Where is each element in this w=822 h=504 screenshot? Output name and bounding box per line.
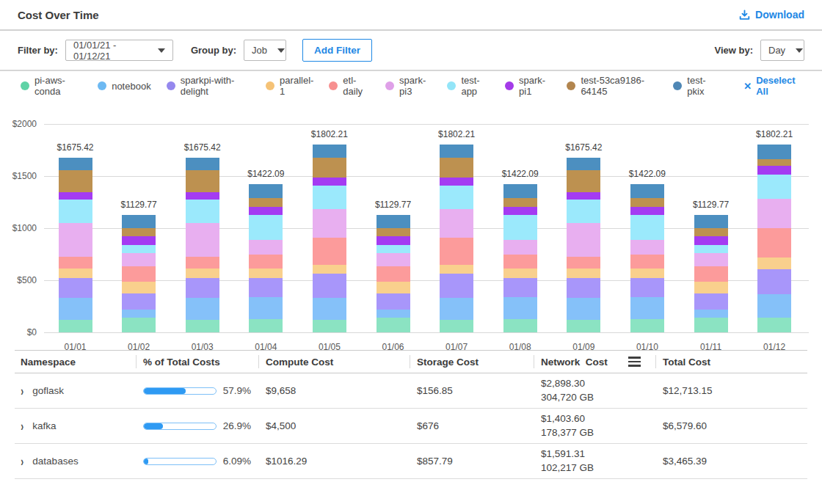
bar-segment-spark-pi1 <box>377 236 410 245</box>
bar-segment-test-app <box>757 175 791 199</box>
bar-segment-test-53ca9186-64145 <box>377 228 410 237</box>
download-button[interactable]: Download <box>739 9 804 21</box>
legend-item-pi-aws-conda[interactable]: pi-aws-conda <box>21 75 82 97</box>
bar-segment-spark-pi3 <box>694 253 728 266</box>
bar-segment-pi-aws-conda <box>503 319 537 332</box>
bar-segment-test-pkix <box>503 184 537 197</box>
bar-total-label: $1129.77 <box>106 200 172 210</box>
bar-segment-spark-pi3 <box>503 240 537 255</box>
legend-item-label: etl-daily <box>343 75 370 97</box>
cost-bar-chart: $1675.4201/01$1129.7701/02$1675.4201/03$… <box>0 101 822 350</box>
bar-segment-parallel-1 <box>757 258 791 269</box>
legend-item-sparkpi-with-delight[interactable]: sparkpi-with-delight <box>167 75 250 97</box>
bar-01/07[interactable] <box>440 145 473 332</box>
expand-chevron-icon[interactable]: › <box>21 383 23 398</box>
bar-segment-pi-aws-conda <box>377 318 410 332</box>
bar-01/09[interactable] <box>567 158 600 332</box>
bar-segment-test-app <box>503 215 537 239</box>
bar-segment-test-53ca9186-64145 <box>757 159 791 166</box>
bar-01/08[interactable] <box>503 184 537 332</box>
legend-item-label: spark-pi1 <box>519 75 551 97</box>
total-cost-cell: $3,465.39 <box>655 456 807 467</box>
pct-cell: 6.09% <box>136 456 258 467</box>
y-axis-tick-label: $500 <box>0 275 37 285</box>
view-by-select[interactable]: Day <box>760 40 804 61</box>
bar-segment-spark-pi3 <box>59 223 92 257</box>
bar-segment-spark-pi3 <box>630 240 664 255</box>
legend-item-parallel-1[interactable]: parallel-1 <box>266 75 313 97</box>
network-volume-value: 304,720 GB <box>541 392 594 403</box>
group-by-select[interactable]: Job <box>244 40 286 61</box>
table-header-row: Namespace% of Total CostsCompute CostSto… <box>15 351 807 373</box>
view-by-group: View by: Day <box>714 40 804 61</box>
column-header-label: % of Total Costs <box>143 357 220 368</box>
total-cost-cell: $12,713.15 <box>655 385 807 396</box>
deselect-all-button[interactable]: ✕ Deselect All <box>743 75 801 97</box>
bar-segment-sparkpi-with-delight <box>249 278 283 297</box>
download-icon <box>739 10 750 21</box>
x-axis-tick-label: 01/12 <box>752 342 796 352</box>
bar-total-label: $1675.42 <box>170 142 236 153</box>
expand-chevron-icon[interactable]: › <box>21 418 23 434</box>
page-title: Cost Over Time <box>18 9 99 21</box>
bar-01/01[interactable] <box>59 158 92 332</box>
bar-segment-etl-daily <box>377 266 410 282</box>
bar-segment-etl-daily <box>694 266 728 282</box>
bar-segment-test-53ca9186-64145 <box>313 158 346 178</box>
expand-chevron-icon[interactable]: › <box>21 453 23 469</box>
bar-segment-test-53ca9186-64145 <box>567 170 600 192</box>
bar-segment-test-pkix <box>59 158 92 170</box>
bar-01/10[interactable] <box>630 184 664 332</box>
bar-segment-parallel-1 <box>630 269 664 278</box>
date-range-value: 01/01/21 - 01/12/21 <box>73 40 148 62</box>
pct-progress-fill <box>144 459 148 464</box>
column-header-6[interactable]: Total Cost <box>655 357 807 368</box>
column-header-3[interactable]: Compute Cost <box>258 357 410 368</box>
gridline-1500 <box>44 176 809 177</box>
bar-segment-pi-aws-conda <box>440 320 473 332</box>
total-cost-cell: $6,579.60 <box>655 420 807 431</box>
legend-item-test-pkix[interactable]: test-pkix <box>673 75 716 97</box>
bar-segment-parallel-1 <box>249 269 283 278</box>
column-header-2[interactable]: % of Total Costs <box>136 357 258 368</box>
add-filter-button[interactable]: Add Filter <box>302 39 372 62</box>
bar-segment-spark-pi3 <box>186 223 219 257</box>
legend-dot-icon <box>673 81 682 90</box>
bar-01/11[interactable] <box>694 215 728 332</box>
bar-segment-spark-pi1 <box>757 166 791 175</box>
legend-dot-icon <box>98 81 106 90</box>
network-cost-value: $1,403.60 <box>541 413 585 425</box>
legend-item-etl-daily[interactable]: etl-daily <box>329 75 370 97</box>
legend-item-spark-pi1[interactable]: spark-pi1 <box>505 75 551 97</box>
bar-segment-parallel-1 <box>313 265 346 274</box>
legend-item-test-53ca9186-64145[interactable]: test-53ca9186-64145 <box>567 75 658 97</box>
bar-segment-test-53ca9186-64145 <box>186 170 219 192</box>
column-menu-icon[interactable] <box>628 357 641 367</box>
legend-dot-icon <box>505 81 514 90</box>
bar-01/04[interactable] <box>249 184 283 332</box>
download-label: Download <box>755 9 804 21</box>
column-header-4[interactable]: Storage Cost <box>410 357 534 368</box>
pct-progress-bar <box>143 423 217 430</box>
column-header-label: Network Cost <box>541 357 608 368</box>
legend-item-spark-pi3[interactable]: spark-pi3 <box>385 75 432 97</box>
bar-segment-pi-aws-conda <box>122 318 156 332</box>
page-header: Cost Over Time Download <box>0 0 822 31</box>
bar-01/06[interactable] <box>377 215 410 332</box>
bar-segment-sparkpi-with-delight <box>186 278 219 298</box>
column-header-1[interactable]: Namespace <box>15 357 136 368</box>
bar-01/12[interactable] <box>757 145 791 332</box>
bar-total-label: $1129.77 <box>678 200 744 210</box>
legend-item-label: sparkpi-with-delight <box>181 75 250 97</box>
x-axis-tick-label: 01/09 <box>561 342 605 352</box>
bar-01/03[interactable] <box>186 158 219 332</box>
legend-item-notebook[interactable]: notebook <box>98 81 151 92</box>
bar-01/05[interactable] <box>313 145 346 332</box>
bar-01/02[interactable] <box>122 215 156 332</box>
column-header-5[interactable]: Network Cost <box>534 357 655 368</box>
view-by-label: View by: <box>714 45 753 56</box>
bar-segment-sparkpi-with-delight <box>122 293 156 309</box>
bar-total-label: $1675.42 <box>550 142 616 153</box>
legend-item-test-app[interactable]: test-app <box>447 75 490 97</box>
date-range-select[interactable]: 01/01/21 - 01/12/21 <box>65 40 173 61</box>
